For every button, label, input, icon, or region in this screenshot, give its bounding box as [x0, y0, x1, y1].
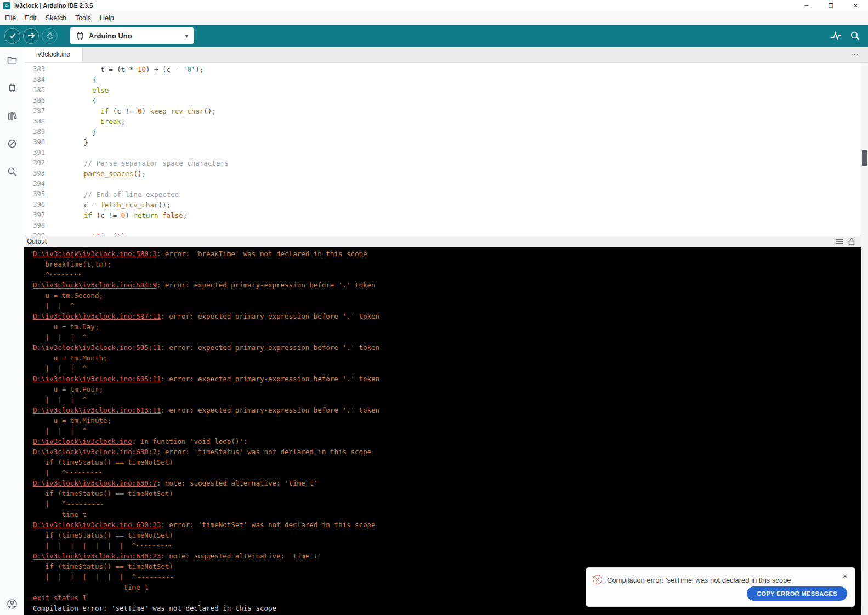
- line-number: 391: [24, 148, 45, 158]
- error-location-link[interactable]: D:\iv3clock\iv3clock.ino:580:3: [33, 250, 157, 258]
- output-options-icon[interactable]: [836, 238, 843, 245]
- serial-plotter-icon[interactable]: [831, 31, 842, 41]
- code-line: 384 }: [24, 75, 868, 85]
- tabbar: iv3clock.ino ⋯: [24, 47, 868, 63]
- output-line: | | ^: [33, 301, 868, 311]
- error-location-link[interactable]: D:\iv3clock\iv3clock.ino:587:11: [33, 312, 161, 320]
- board-selector[interactable]: Arduino Uno ▾: [70, 27, 194, 44]
- line-number: 396: [24, 200, 45, 210]
- toast-close-icon[interactable]: ✕: [842, 573, 848, 580]
- output-panel-header: Output: [24, 235, 868, 247]
- output-line: D:\iv3clock\iv3clock.ino:613:11: error: …: [33, 405, 868, 415]
- error-location-link[interactable]: D:\iv3clock\iv3clock.ino:584:9: [33, 281, 157, 289]
- output-line: D:\iv3clock\iv3clock.ino:587:11: error: …: [33, 311, 868, 321]
- output-console: D:\iv3clock\iv3clock.ino:580:3: error: '…: [24, 247, 868, 615]
- line-number: 389: [24, 127, 45, 137]
- code-line: 392 // Parse separator space characters: [24, 158, 868, 168]
- maximize-button[interactable]: ❐: [819, 0, 843, 11]
- code-line: 397 if (c != 0) return false;: [24, 210, 868, 221]
- debug-sidebar-icon[interactable]: [2, 134, 22, 154]
- output-line: u = tm.Minute;: [33, 415, 868, 426]
- line-number: 383: [24, 64, 45, 75]
- editor-scrollbar-thumb[interactable]: [862, 150, 867, 166]
- output-line: u = tm.Day;: [33, 321, 868, 332]
- more-actions-icon[interactable]: ⋯: [850, 47, 868, 62]
- window-title: iv3clock | Arduino IDE 2.3.5: [14, 2, 93, 9]
- code-line: 396 c = fetch_rcv_char();: [24, 200, 868, 210]
- tab-iv3clock[interactable]: iv3clock.ino: [24, 47, 83, 62]
- output-line: D:\iv3clock\iv3clock.ino:605:11: error: …: [33, 374, 868, 384]
- line-number: 394: [24, 179, 45, 189]
- board-selector-label: Arduino Uno: [89, 32, 132, 40]
- line-number: 386: [24, 95, 45, 106]
- check-icon: [8, 31, 18, 41]
- error-icon: ✕: [593, 575, 602, 584]
- line-number: 384: [24, 75, 45, 85]
- code-line: 390 }: [24, 137, 868, 148]
- error-location-link[interactable]: D:\iv3clock\iv3clock.ino: [33, 437, 132, 445]
- output-line: | ^~~~~~~~~~: [33, 499, 868, 509]
- account-icon[interactable]: [2, 597, 22, 614]
- code-line: 393 parse_spaces();: [24, 168, 868, 179]
- serial-monitor-icon[interactable]: [850, 31, 860, 41]
- sketchbook-folder-icon[interactable]: [2, 50, 22, 70]
- upload-button[interactable]: [23, 28, 39, 44]
- output-line: time_t: [33, 509, 868, 520]
- output-line: | | | ^: [33, 394, 868, 405]
- error-location-link[interactable]: D:\iv3clock\iv3clock.ino:630:7: [33, 448, 157, 456]
- titlebar: ∞ iv3clock | Arduino IDE 2.3.5 ─ ❐ ✕: [0, 0, 868, 11]
- library-manager-icon[interactable]: [2, 106, 22, 126]
- menu-edit[interactable]: Edit: [20, 11, 41, 25]
- line-number: 398: [24, 221, 45, 231]
- editor[interactable]: 383 t = (t * 10) + (c - '0');384 }385 el…: [24, 63, 868, 235]
- line-number: 395: [24, 189, 45, 200]
- error-location-link[interactable]: D:\iv3clock\iv3clock.ino:605:11: [33, 375, 161, 383]
- output-line: D:\iv3clock\iv3clock.ino:580:3: error: '…: [33, 249, 868, 259]
- menu-tools[interactable]: Tools: [71, 11, 95, 25]
- minimize-button[interactable]: ─: [794, 0, 819, 11]
- error-location-link[interactable]: D:\iv3clock\iv3clock.ino:630:23: [33, 552, 161, 560]
- search-icon[interactable]: [2, 162, 22, 182]
- activity-sidebar: [0, 47, 24, 615]
- scroll-lock-icon[interactable]: [848, 238, 855, 245]
- code-line: 395 // End-of-line expected: [24, 189, 868, 200]
- output-line: | ^~~~~~~~~~: [33, 467, 868, 478]
- editor-lines: 383 t = (t * 10) + (c - '0');384 }385 el…: [24, 64, 868, 235]
- output-line: | | | ^: [33, 332, 868, 342]
- output-line: D:\iv3clock\iv3clock.ino:630:7: note: su…: [33, 478, 868, 488]
- chevron-down-icon: ▾: [185, 32, 188, 40]
- right-arrow-icon: [26, 31, 36, 41]
- debug-icon: [45, 31, 55, 41]
- menu-sketch[interactable]: Sketch: [41, 11, 71, 25]
- debug-button[interactable]: [42, 28, 58, 44]
- line-number: 392: [24, 158, 45, 168]
- notification-toast: ✕ Compilation error: 'setTime' was not d…: [586, 567, 855, 607]
- main-panel: iv3clock.ino ⋯ 383 t = (t * 10) + (c - '…: [24, 47, 868, 615]
- code-line: 385 else: [24, 85, 868, 95]
- error-location-link[interactable]: D:\iv3clock\iv3clock.ino:595:11: [33, 343, 161, 352]
- verify-button[interactable]: [4, 28, 20, 44]
- menu-file[interactable]: File: [1, 11, 20, 25]
- toast-message: Compilation error: 'setTime' was not dec…: [607, 576, 791, 584]
- error-location-link[interactable]: D:\iv3clock\iv3clock.ino:630:23: [33, 521, 161, 529]
- line-number: 393: [24, 168, 45, 179]
- line-number: 385: [24, 85, 45, 95]
- output-panel-icons: [836, 238, 855, 245]
- scrollbar-track[interactable]: [861, 63, 868, 615]
- line-number: 388: [24, 116, 45, 127]
- error-location-link[interactable]: D:\iv3clock\iv3clock.ino:613:11: [33, 406, 161, 414]
- boards-manager-icon[interactable]: [2, 78, 22, 98]
- close-button[interactable]: ✕: [843, 0, 868, 11]
- menu-help[interactable]: Help: [95, 11, 118, 25]
- output-line: u = tm.Month;: [33, 353, 868, 363]
- copy-error-messages-button[interactable]: COPY ERROR MESSAGES: [747, 586, 847, 601]
- output-panel-title: Output: [27, 238, 47, 245]
- output-line: D:\iv3clock\iv3clock.ino: In function 'v…: [33, 436, 868, 447]
- output-line: if (timeStatus() == timeNotSet): [33, 530, 868, 540]
- arduino-ide-window: ∞ iv3clock | Arduino IDE 2.3.5 ─ ❐ ✕ Fil…: [0, 0, 868, 615]
- app-icon: ∞: [3, 2, 10, 9]
- line-number: 387: [24, 106, 45, 116]
- code-line: 394: [24, 179, 868, 189]
- error-location-link[interactable]: D:\iv3clock\iv3clock.ino:630:7: [33, 479, 157, 487]
- output-line: if (timeStatus() == timeNotSet): [33, 488, 868, 499]
